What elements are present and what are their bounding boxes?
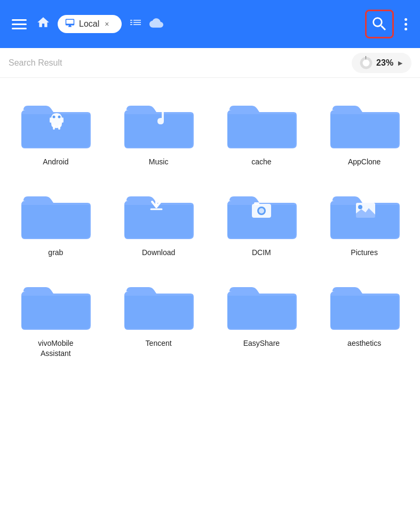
- search-result-label: Search Result: [9, 58, 62, 68]
- file-item[interactable]: grab: [4, 174, 107, 265]
- svg-rect-6: [61, 117, 64, 123]
- folder-icon: [121, 274, 196, 333]
- tab-label: Local: [79, 19, 99, 29]
- file-label: aesthetics: [347, 338, 381, 348]
- file-item[interactable]: cache: [210, 83, 313, 174]
- file-item[interactable]: EasyShare: [210, 265, 313, 365]
- cloud-icon[interactable]: [149, 16, 163, 33]
- home-icon[interactable]: [36, 15, 50, 33]
- file-label: vivoMobileAssistant: [38, 338, 73, 358]
- tab-close-icon[interactable]: ×: [105, 20, 109, 28]
- svg-point-12: [259, 208, 264, 213]
- folder-icon: [327, 184, 402, 242]
- folder-icon: [18, 184, 93, 242]
- more-options-button[interactable]: [401, 16, 410, 33]
- svg-point-4: [58, 116, 61, 118]
- svg-rect-7: [53, 125, 55, 130]
- file-label: Music: [149, 157, 169, 167]
- file-item[interactable]: Pictures: [313, 174, 416, 265]
- sub-header: Search Result 23% ►: [0, 48, 420, 78]
- file-label: cache: [251, 157, 271, 167]
- file-item[interactable]: aesthetics: [313, 265, 416, 365]
- svg-rect-13: [254, 202, 259, 205]
- storage-badge[interactable]: 23% ►: [352, 53, 411, 73]
- file-label: Pictures: [351, 248, 378, 257]
- file-label: Android: [43, 157, 68, 167]
- file-label: Tencent: [146, 338, 172, 348]
- file-label: Download: [142, 248, 175, 257]
- svg-point-15: [358, 205, 362, 209]
- svg-point-3: [53, 116, 56, 118]
- search-button[interactable]: [365, 10, 394, 38]
- app-header: Local ×: [0, 0, 420, 48]
- folder-icon: [327, 274, 402, 333]
- folder-icon: [121, 93, 196, 152]
- storage-pie-chart: [359, 56, 373, 70]
- folder-icon: [121, 184, 196, 242]
- file-item[interactable]: Tencent: [107, 265, 210, 365]
- svg-point-2: [363, 59, 370, 66]
- folder-icon: [224, 184, 299, 242]
- file-item[interactable]: Android: [4, 83, 107, 174]
- local-tab[interactable]: Local ×: [58, 15, 122, 33]
- storage-percent-label: 23%: [376, 58, 393, 68]
- folder-icon: [224, 274, 299, 333]
- file-item[interactable]: Music: [107, 83, 210, 174]
- folder-icon: [18, 93, 93, 152]
- file-item[interactable]: AppClone: [313, 83, 416, 174]
- file-label: grab: [48, 248, 63, 257]
- file-label: DCIM: [252, 248, 271, 257]
- file-item[interactable]: DCIM: [210, 174, 313, 265]
- folder-icon: [327, 93, 402, 152]
- folder-icon: [224, 93, 299, 152]
- file-item[interactable]: vivoMobileAssistant: [4, 265, 107, 365]
- svg-rect-8: [58, 125, 60, 130]
- tab-computer-icon: [65, 18, 75, 30]
- file-grid: Android Music cache AppClone grab Downlo…: [0, 78, 420, 371]
- storage-arrow-icon: ►: [397, 59, 404, 67]
- folder-icon: [18, 274, 93, 333]
- file-item[interactable]: Download: [107, 174, 210, 265]
- file-label: EasyShare: [243, 338, 280, 348]
- file-label: AppClone: [348, 157, 381, 167]
- svg-rect-5: [50, 117, 52, 123]
- search-icon: [369, 13, 390, 35]
- view-icon[interactable]: [129, 16, 142, 32]
- hamburger-button[interactable]: [10, 17, 29, 31]
